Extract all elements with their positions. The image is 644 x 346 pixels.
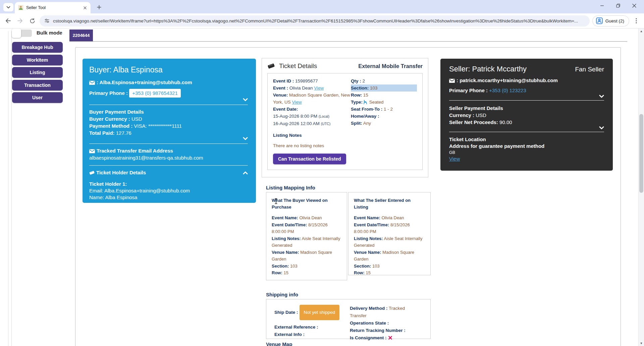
window-close-button[interactable]: [631, 2, 638, 9]
event-id-row: Event ID : 159895677: [273, 77, 351, 84]
back-arrow-icon: [5, 18, 11, 23]
event-date-utc: 16-Aug-2026 12:00 AM: [273, 121, 320, 126]
mapping-row: Section: 103: [354, 263, 425, 270]
listing-notes-empty-text: There are no listing notes: [273, 143, 417, 148]
qty-value: 2: [363, 78, 365, 83]
scrollbar-thumb[interactable]: [639, 114, 643, 193]
split-label: Split:: [351, 121, 362, 126]
sidebar-item-breakage-hub[interactable]: Breakage Hub: [12, 42, 63, 53]
sidebar-item-listing[interactable]: Listing: [12, 67, 63, 78]
divider: [89, 143, 248, 144]
seller-currency-label: Currency :: [449, 112, 474, 118]
event-id-value: 159895677: [295, 78, 318, 83]
divider: [89, 165, 248, 166]
event-date-local-suffix: (Local): [319, 114, 329, 118]
new-tab-button[interactable]: [95, 3, 103, 11]
tab-close-button[interactable]: [82, 5, 88, 11]
row-label: Row:: [351, 93, 362, 98]
bulk-mode-label: Bulk mode: [37, 30, 62, 36]
reload-icon: [30, 18, 35, 24]
operations-state-label: Operations State :: [350, 320, 422, 327]
shipping-info-heading: Shipping info: [266, 292, 298, 297]
close-icon: [632, 4, 636, 8]
venue-map-heading: Venue Map: [266, 341, 292, 346]
buyer-payment-collapse-button[interactable]: [243, 137, 248, 140]
event-date-label: Event Date:: [273, 106, 351, 113]
kebab-icon: [636, 18, 637, 23]
event-view-link[interactable]: View: [314, 85, 324, 91]
page-content: Bulk mode 2204644 Breakage Hub WorkItem …: [0, 28, 644, 346]
chevron-up-icon: [243, 171, 248, 174]
buyer-currency-label: Buyer Currency :: [89, 116, 130, 122]
buyer-contact-collapse-button[interactable]: [243, 98, 248, 101]
envelope-icon: [89, 81, 95, 85]
shipping-info-box: Ship Date :Not yet shipped External Refe…: [266, 299, 431, 339]
buyer-viewed-box: What The Buyer Viewed on Purchase Event …: [266, 192, 347, 280]
tab-list-chevron-button[interactable]: [3, 3, 13, 11]
tab-title: Seller Tool: [26, 5, 82, 10]
restore-icon: [616, 4, 620, 8]
venue-label: Venue:: [273, 93, 288, 98]
ticket-holder-heading: Ticket Holder Details: [96, 170, 146, 175]
window-minimize-button[interactable]: [598, 2, 606, 9]
can-transaction-be-relisted-button[interactable]: Can Transaction be Relisted: [273, 154, 346, 164]
bulk-mode-toggle[interactable]: [12, 30, 32, 37]
event-label: Event :: [273, 85, 288, 91]
envelope-icon: [89, 149, 95, 153]
mapping-row: Row: 15: [354, 270, 425, 277]
reload-button[interactable]: [28, 16, 37, 25]
browser-tab-seller-tool[interactable]: Seller Tool: [15, 2, 91, 13]
shipping-left-column: Ship Date :Not yet shipped External Refe…: [274, 305, 350, 342]
ticket-details-body: Event ID : 159895677 Event : Olivia Dean…: [267, 73, 423, 170]
window-restore-button[interactable]: [614, 2, 622, 9]
scrollbar-up-arrow[interactable]: ▲: [639, 30, 644, 33]
sidebar-item-user[interactable]: User: [12, 92, 63, 103]
seller-net-proceeds-label: Seller Net Proceeds:: [449, 119, 498, 125]
sidebar-item-workitem[interactable]: WorkItem: [12, 55, 63, 65]
qty-label: Qty :: [351, 78, 361, 83]
ticket-holder-collapse-button[interactable]: [243, 171, 248, 174]
sidebar-item-transaction[interactable]: Transaction: [12, 80, 63, 91]
guest-avatar-icon: [596, 17, 603, 24]
seller-payment-collapse-button[interactable]: [599, 126, 604, 129]
ticket-icon: [89, 170, 95, 175]
seller-contact-collapse-button[interactable]: [599, 95, 604, 98]
chevron-down-icon: [6, 6, 10, 9]
seller-phone-value[interactable]: +353 (0) 123223: [489, 88, 526, 93]
type-row: Type: Seated: [351, 99, 417, 106]
buyer-total-paid-row: Total Paid: 127.76: [89, 129, 248, 136]
delivery-method-row: Delivery Method : Tracked Transfer: [350, 305, 422, 320]
workitem-number-tab[interactable]: 2204644: [69, 30, 93, 41]
chevron-down-icon: [243, 98, 248, 101]
left-rail-divider: [8, 31, 12, 346]
browser-menu-button[interactable]: [632, 16, 641, 25]
row-row: Row: 15: [351, 92, 417, 99]
delivery-method-label: Delivery Method :: [350, 306, 388, 311]
section-row: Section: 103: [351, 84, 417, 92]
row-value: 15: [363, 93, 368, 98]
mapping-row: Venue Name: Madison Square Garden: [272, 249, 341, 263]
mapping-row: Event Date/Time: 8/15/2026 8:00:00 PM: [272, 222, 341, 235]
venue-view-link[interactable]: View: [292, 100, 302, 105]
seller-address-view-link[interactable]: View: [449, 156, 460, 162]
buyer-phone-value[interactable]: +353 (0) 987654321: [129, 89, 181, 98]
ticket-details-panel: Ticket Details External Mobile Transfer …: [262, 58, 428, 177]
ticket-holder-email: Email: Alba.Espinosa+training@stubhub.co…: [89, 187, 248, 194]
seat-range-row: Seat From-To : 1 - 2: [351, 106, 417, 113]
ticket-holder-heading-row: Ticket Holder Details: [89, 169, 248, 176]
forward-button[interactable]: [15, 16, 25, 25]
ship-date-row: Ship Date :Not yet shipped: [274, 305, 350, 320]
scrollbar-down-arrow[interactable]: ▼: [639, 342, 644, 345]
text-cursor: [274, 198, 278, 204]
event-date-local: 15-Aug-2026 8:00 PM: [273, 114, 317, 119]
profile-button[interactable]: Guest (2): [592, 15, 629, 26]
chevron-down-icon: [243, 137, 248, 140]
event-date-local-row: 15-Aug-2026 8:00 PM (Local): [273, 113, 351, 120]
url-bar[interactable]: cstoolsqa.viagogo.net/seller/WorkItem/If…: [40, 15, 590, 26]
browser-window: Seller Tool cstoolsqa.viagogo.net/seller…: [0, 0, 644, 346]
toggle-knob: [12, 28, 21, 38]
ship-status-badge: Not yet shipped: [300, 305, 340, 320]
back-button[interactable]: [3, 16, 13, 25]
mapping-row: Section: 103: [272, 263, 341, 270]
mapping-row: Listing Notes: Aisle Seat Internally Gen…: [354, 235, 425, 249]
